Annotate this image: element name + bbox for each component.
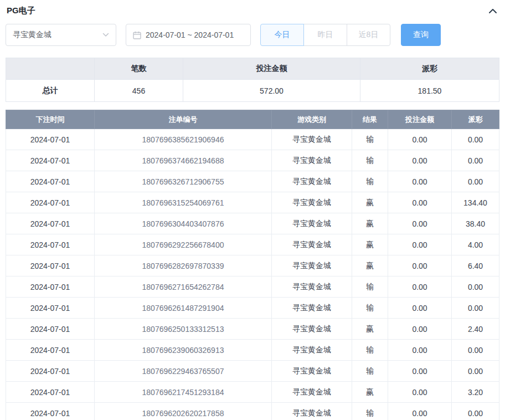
cell-game-category: 寻宝黄金城 <box>272 171 352 192</box>
cell-bet-id: 1807696304403407876 <box>95 213 272 234</box>
date-range-value: 2024-07-01 ~ 2024-07-01 <box>146 30 234 39</box>
table-row: 2024-07-01 1807696292256678400 寻宝黄金城 赢 0… <box>6 234 499 255</box>
bet-table-body: 2024-07-01 1807696385621906946 寻宝黄金城 输 0… <box>6 129 499 420</box>
cell-bet-amount: 0.00 <box>388 319 452 340</box>
cell-bet-id: 1807696282697870339 <box>95 255 272 276</box>
cell-game-category: 寻宝黄金城 <box>272 298 352 319</box>
table-row: 2024-07-01 1807696239060326913 寻宝黄金城 输 0… <box>6 340 499 361</box>
game-select-value: 寻宝黄金城 <box>13 30 51 40</box>
summary-total-count: 456 <box>95 80 183 102</box>
cell-bet-time: 2024-07-01 <box>6 171 95 192</box>
cell-game-category: 寻宝黄金城 <box>272 340 352 361</box>
cell-game-category: 寻宝黄金城 <box>272 319 352 340</box>
cell-result: 赢 <box>352 192 388 213</box>
cell-result: 输 <box>352 129 388 150</box>
cell-bet-amount: 0.00 <box>388 129 452 150</box>
calendar-icon <box>133 31 141 39</box>
cell-result: 输 <box>352 340 388 361</box>
cell-bet-time: 2024-07-01 <box>6 382 95 403</box>
cell-bet-time: 2024-07-01 <box>6 361 95 382</box>
cell-bet-amount: 0.00 <box>388 234 452 255</box>
col-header-bet-id: 注单编号 <box>95 110 272 129</box>
cell-bet-amount: 0.00 <box>388 255 452 276</box>
date-range-input[interactable]: 2024-07-01 ~ 2024-07-01 <box>126 24 251 46</box>
cell-payout: 38.40 <box>452 213 499 234</box>
cell-bet-amount: 0.00 <box>388 192 452 213</box>
table-row: 2024-07-01 1807696374662194688 寻宝黄金城 输 0… <box>6 150 499 171</box>
table-row: 2024-07-01 1807696271654262784 寻宝黄金城 输 0… <box>6 276 499 298</box>
summary-header-row: 笔数 投注金额 派彩 <box>6 58 499 80</box>
cell-payout: 0.00 <box>452 150 499 171</box>
table-row: 2024-07-01 1807696229463765507 寻宝黄金城 输 0… <box>6 361 499 382</box>
cell-payout: 4.00 <box>452 234 499 255</box>
cell-bet-id: 1807696374662194688 <box>95 150 272 171</box>
cell-bet-time: 2024-07-01 <box>6 403 95 420</box>
cell-game-category: 寻宝黄金城 <box>272 255 352 276</box>
filter-bar: 寻宝黄金城 2024-07-01 ~ 2024-07-01 今日 昨日 近8日 … <box>0 21 505 46</box>
today-button[interactable]: 今日 <box>260 24 304 46</box>
cell-payout: 3.20 <box>452 382 499 403</box>
cell-bet-time: 2024-07-01 <box>6 340 95 361</box>
cell-bet-id: 1807696326712906755 <box>95 171 272 192</box>
cell-game-category: 寻宝黄金城 <box>272 192 352 213</box>
chevron-up-icon <box>488 8 497 14</box>
cell-bet-id: 1807696239060326913 <box>95 340 272 361</box>
cell-game-category: 寻宝黄金城 <box>272 129 352 150</box>
cell-game-category: 寻宝黄金城 <box>272 403 352 420</box>
col-header-bet-time: 下注时间 <box>6 110 95 129</box>
cell-result: 赢 <box>352 234 388 255</box>
summary-header-count: 笔数 <box>95 58 183 80</box>
cell-result: 输 <box>352 150 388 171</box>
query-button[interactable]: 查询 <box>401 24 441 46</box>
cell-result: 输 <box>352 171 388 192</box>
col-header-payout: 派彩 <box>452 110 499 129</box>
table-row: 2024-07-01 1807696250133312513 寻宝黄金城 赢 0… <box>6 319 499 340</box>
summary-total-row: 总计 456 572.00 181.50 <box>6 80 499 102</box>
collapse-button[interactable] <box>488 8 497 14</box>
cell-bet-id: 1807696217451293184 <box>95 382 272 403</box>
last-8-days-button[interactable]: 近8日 <box>347 24 390 46</box>
cell-bet-time: 2024-07-01 <box>6 319 95 340</box>
cell-payout: 134.40 <box>452 192 499 213</box>
cell-bet-amount: 0.00 <box>388 276 452 298</box>
cell-bet-id: 1807696292256678400 <box>95 234 272 255</box>
summary-total-payout: 181.50 <box>360 80 499 102</box>
cell-result: 赢 <box>352 319 388 340</box>
cell-game-category: 寻宝黄金城 <box>272 150 352 171</box>
table-row: 2024-07-01 1807696282697870339 寻宝黄金城 赢 0… <box>6 255 499 276</box>
cell-game-category: 寻宝黄金城 <box>272 276 352 298</box>
cell-bet-time: 2024-07-01 <box>6 298 95 319</box>
cell-payout: 0.00 <box>452 276 499 298</box>
cell-result: 输 <box>352 403 388 420</box>
cell-result: 输 <box>352 298 388 319</box>
cell-payout: 6.40 <box>452 255 499 276</box>
cell-game-category: 寻宝黄金城 <box>272 361 352 382</box>
cell-payout: 0.00 <box>452 171 499 192</box>
table-row: 2024-07-01 1807696385621906946 寻宝黄金城 输 0… <box>6 129 499 150</box>
yesterday-button[interactable]: 昨日 <box>303 24 347 46</box>
table-row: 2024-07-01 1807696304403407876 寻宝黄金城 赢 0… <box>6 213 499 234</box>
cell-bet-amount: 0.00 <box>388 171 452 192</box>
cell-result: 输 <box>352 276 388 298</box>
cell-bet-time: 2024-07-01 <box>6 150 95 171</box>
cell-bet-time: 2024-07-01 <box>6 234 95 255</box>
game-select[interactable]: 寻宝黄金城 <box>6 24 116 46</box>
col-header-bet-amount: 投注金额 <box>388 110 452 129</box>
cell-game-category: 寻宝黄金城 <box>272 382 352 403</box>
bet-table-header-row: 下注时间 注单编号 游戏类别 结果 投注金额 派彩 <box>6 110 499 129</box>
table-row: 2024-07-01 1807696326712906755 寻宝黄金城 输 0… <box>6 171 499 192</box>
summary-total-bet-amount: 572.00 <box>183 80 360 102</box>
cell-bet-amount: 0.00 <box>388 298 452 319</box>
cell-game-category: 寻宝黄金城 <box>272 213 352 234</box>
cell-bet-amount: 0.00 <box>388 150 452 171</box>
quick-range-button-group: 今日 昨日 近8日 <box>260 24 390 46</box>
cell-payout: 2.40 <box>452 319 499 340</box>
cell-bet-id: 1807696315254069761 <box>95 192 272 213</box>
cell-result: 赢 <box>352 255 388 276</box>
cell-bet-time: 2024-07-01 <box>6 255 95 276</box>
summary-header-bet-amount: 投注金额 <box>183 58 360 80</box>
cell-result: 赢 <box>352 382 388 403</box>
cell-game-category: 寻宝黄金城 <box>272 234 352 255</box>
summary-header-payout: 派彩 <box>360 58 499 80</box>
cell-result: 赢 <box>352 213 388 234</box>
